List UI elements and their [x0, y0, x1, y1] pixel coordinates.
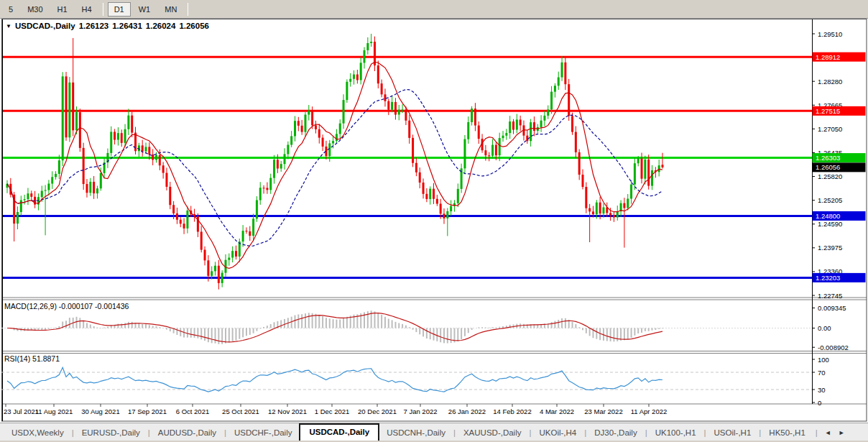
chart-tab-uk100[interactable]: UK100-,H1: [648, 425, 703, 440]
date-tick-label: 1 Dec 2021: [315, 408, 350, 415]
svg-text:1.22745: 1.22745: [818, 292, 842, 300]
chart-tab-dj30[interactable]: DJ30-,Daily: [587, 425, 644, 440]
price-chart-svg[interactable]: 1.295101.288951.282801.276651.270501.264…: [0, 19, 868, 423]
svg-text:0.009345: 0.009345: [818, 304, 846, 312]
svg-text:1.25205: 1.25205: [818, 196, 842, 204]
date-tick-label: 7 Jan 2022: [403, 408, 437, 415]
chart-tab-hk50[interactable]: HK50-,H1: [762, 425, 813, 440]
chart-tab-usdcnh[interactable]: USDCNH-,Daily: [379, 425, 453, 440]
svg-text:0: 0: [818, 399, 821, 407]
timeframe-button-h1[interactable]: H1: [51, 2, 74, 17]
symbol-label: USDCAD-,Daily: [15, 22, 75, 30]
chart-tab-usdx[interactable]: USDX,Weekly: [4, 425, 71, 440]
svg-text:1.28280: 1.28280: [818, 78, 842, 86]
svg-text:1.28912: 1.28912: [816, 53, 840, 61]
tabs-scroll-right-icon[interactable]: ►: [839, 429, 845, 436]
date-tick-label: 4 Mar 2022: [540, 408, 574, 415]
tabs-scroll-left-icon[interactable]: ◄: [825, 429, 831, 436]
svg-text:70: 70: [818, 369, 826, 377]
svg-text:1.23975: 1.23975: [818, 244, 842, 252]
chart-tab-usoil[interactable]: USOil-,H1: [707, 425, 759, 440]
date-tick-label: 14 Feb 2022: [493, 408, 531, 415]
ohlc-open: 1.26123: [79, 22, 109, 30]
date-tick-label: 11 Apr 2022: [631, 408, 668, 415]
timeframe-button-h4[interactable]: H4: [75, 2, 98, 17]
date-tick-label: 26 Jan 2022: [448, 408, 486, 415]
chart-tab-xauusd[interactable]: XAUUSD-,Daily: [456, 425, 529, 440]
date-tick-label: 23 Jul 2021: [4, 408, 39, 415]
chart-tab-usdchf[interactable]: USDCHF-,Daily: [227, 425, 300, 440]
chart-tab-audusd[interactable]: AUDUSD-,Daily: [151, 425, 223, 440]
date-tick-label: 11 Aug 2021: [35, 408, 73, 415]
svg-text:1.24590: 1.24590: [818, 220, 842, 228]
ohlc-close: 1.26056: [179, 22, 209, 30]
timeframe-button-m30[interactable]: M30: [21, 2, 49, 17]
date-tick-label: 25 Oct 2021: [222, 408, 259, 415]
chart-tab-usdcad[interactable]: USDCAD-,Daily: [299, 423, 379, 441]
toolbar-separator: [103, 3, 103, 16]
date-tick-label: 17 Sep 2021: [128, 408, 167, 415]
svg-text:1.23203: 1.23203: [816, 274, 840, 282]
ohlc-high: 1.26431: [112, 22, 142, 30]
svg-text:100: 100: [818, 356, 829, 364]
chart-tab-eurusd[interactable]: EURUSD-,Daily: [75, 425, 147, 440]
timeframe-toolbar: 5M30H1H4D1W1MN: [0, 0, 868, 19]
svg-text:-0.008902: -0.008902: [818, 344, 849, 351]
date-tick-label: 20 Dec 2021: [358, 408, 397, 415]
tabs-scroll-controls: |◄►: [816, 428, 845, 437]
svg-text:1.27515: 1.27515: [816, 107, 840, 115]
chart-tab-ukoil[interactable]: UKOil-,H4: [532, 425, 583, 440]
svg-text:30: 30: [818, 386, 826, 394]
toolbar-separator: [188, 3, 188, 16]
svg-text:1.27050: 1.27050: [818, 125, 842, 133]
timeframe-button-mn[interactable]: MN: [158, 2, 183, 17]
svg-text:1.24800: 1.24800: [816, 212, 840, 220]
svg-text:0.00: 0.00: [818, 324, 831, 332]
chart-title: ▼ USDCAD-,Daily 1.26123 1.26431 1.26024 …: [6, 22, 209, 30]
timeframe-button-d1[interactable]: D1: [108, 2, 131, 17]
macd-label: MACD(12,26,9) -0.000107 -0.001436: [4, 302, 129, 310]
chart-tabs-bar: USDX,Weekly|EURUSD-,Daily|AUDUSD-,Daily|…: [0, 423, 868, 442]
date-tick-label: 6 Oct 2021: [176, 408, 209, 415]
ohlc-low: 1.26024: [146, 22, 176, 30]
terminal-window: 5M30H1H4D1W1MN ▼ USDCAD-,Daily 1.26123 1…: [0, 0, 868, 442]
svg-text:1.29510: 1.29510: [818, 30, 842, 38]
chart-window[interactable]: ▼ USDCAD-,Daily 1.26123 1.26431 1.26024 …: [0, 19, 868, 423]
chevron-down-icon[interactable]: ▼: [6, 23, 11, 29]
date-tick-label: 23 Mar 2022: [584, 408, 622, 415]
date-tick-label: 12 Nov 2021: [268, 408, 307, 415]
timeframe-button-w1[interactable]: W1: [132, 2, 157, 17]
date-tick-label: 30 Aug 2021: [81, 408, 119, 415]
svg-text:1.26056: 1.26056: [816, 163, 840, 171]
svg-text:1.25820: 1.25820: [818, 172, 842, 180]
svg-text:1.26303: 1.26303: [816, 154, 840, 162]
timeframe-button-5[interactable]: 5: [2, 2, 19, 17]
rsi-label: RSI(14) 51.8871: [4, 354, 60, 363]
